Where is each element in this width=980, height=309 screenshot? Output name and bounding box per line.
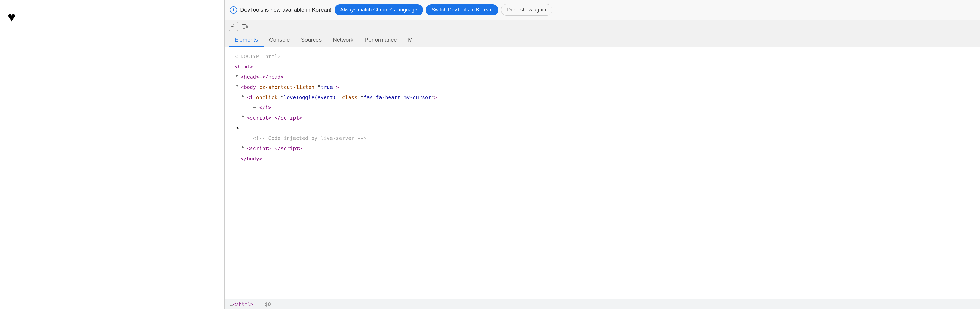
elements-panel: <!DOCTYPE html> <html> <head>⋯</head> <b… (225, 47, 980, 299)
tab-performance[interactable]: Performance (359, 33, 402, 47)
dom-i-tag[interactable]: <i onclick="loveToggle(event)" class="fa… (230, 92, 975, 102)
webpage-preview: ♥ (0, 0, 224, 309)
svg-rect-0 (231, 24, 234, 27)
notification-message: DevTools is now available in Korean! (240, 6, 331, 13)
tab-more[interactable]: M (402, 33, 418, 47)
switch-devtools-button[interactable]: Switch DevTools to Korean (426, 4, 498, 15)
dom-html-open: <html> (230, 62, 975, 72)
heart-icon: ♥ (8, 10, 16, 24)
tab-network[interactable]: Network (327, 33, 359, 47)
always-match-button[interactable]: Always match Chrome's language (334, 4, 423, 15)
dom-body-open[interactable]: <body cz-shortcut-listen="true" > (230, 82, 975, 92)
status-text: …</html> == $0 (230, 301, 271, 307)
dont-show-button[interactable]: Don't show again (501, 4, 552, 16)
tab-elements[interactable]: Elements (229, 33, 264, 47)
tab-sources[interactable]: Sources (295, 33, 327, 47)
devtools-toolbar (225, 20, 980, 33)
tab-console[interactable]: Console (264, 33, 296, 47)
notification-bar: i DevTools is now available in Korean! A… (225, 0, 980, 20)
inspect-element-icon[interactable] (229, 22, 238, 31)
dom-i-ellipsis: ⋯ </i> (230, 102, 975, 113)
dom-doctype: <!DOCTYPE html> (230, 51, 975, 62)
devtools-tabs: Elements Console Sources Network Perform… (225, 33, 980, 47)
dom-body-close: </body> (230, 153, 975, 164)
info-icon: i (230, 6, 237, 14)
devtools-panel: i DevTools is now available in Korean! A… (224, 0, 980, 309)
status-bar: …</html> == $0 (225, 299, 980, 309)
device-mode-icon[interactable] (240, 22, 249, 31)
dom-comment: <!-- Code injected by live-server --> (230, 133, 975, 143)
dom-script2[interactable]: <script>⋯</script> (230, 143, 975, 153)
dom-script1[interactable]: <script>⋯</script> (230, 113, 975, 123)
dom-head[interactable]: <head>⋯</head> (230, 72, 975, 82)
svg-rect-2 (246, 25, 247, 28)
